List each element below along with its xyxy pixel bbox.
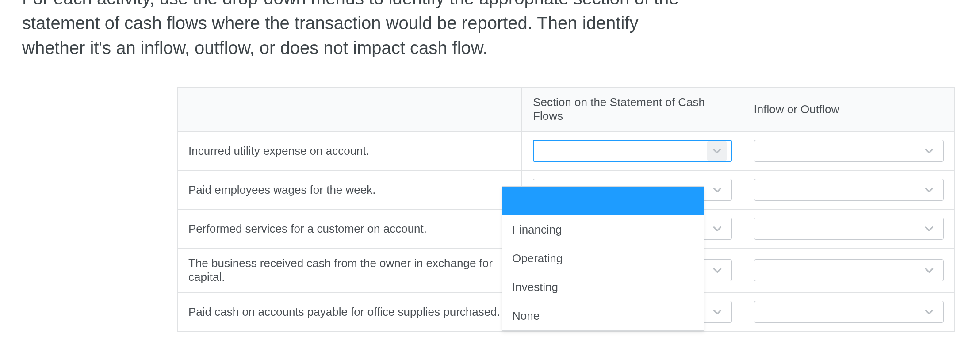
chevron-down-icon [919, 180, 939, 199]
section-dropdown-row-1[interactable] [533, 140, 731, 162]
row-label: Incurred utility expense on account. [177, 131, 522, 170]
chevron-down-icon [707, 141, 727, 161]
chevron-down-icon [919, 261, 939, 280]
chevron-down-icon [708, 180, 727, 199]
row-label: Paid cash on accounts payable for office… [177, 292, 522, 331]
chevron-down-icon [708, 219, 727, 238]
flow-dropdown-row-2[interactable] [754, 179, 944, 201]
instructions-line-2: statement of cash flows where the transa… [22, 13, 638, 33]
flow-dropdown-row-5[interactable] [754, 301, 944, 323]
chevron-down-icon [919, 219, 939, 238]
instructions-line-1: For each activity, use the drop-down men… [22, 0, 679, 8]
table-row: Incurred utility expense on account. [177, 131, 955, 170]
section-dropdown-menu: Financing Operating Investing None [502, 186, 704, 331]
table-header-row: Section on the Statement of Cash Flows I… [177, 87, 955, 131]
header-section: Section on the Statement of Cash Flows [522, 87, 743, 131]
flow-dropdown-row-1[interactable] [754, 140, 944, 162]
dropdown-option-operating[interactable]: Operating [502, 244, 704, 273]
dropdown-option-blank[interactable] [502, 187, 704, 215]
dropdown-option-investing[interactable]: Investing [502, 273, 704, 302]
instructions-line-3: whether it's an inflow, outflow, or does… [22, 38, 488, 57]
flow-dropdown-row-3[interactable] [754, 218, 944, 240]
row-label: The business received cash from the owne… [177, 248, 522, 292]
chevron-down-icon [919, 302, 939, 322]
chevron-down-icon [919, 141, 939, 161]
dropdown-option-financing[interactable]: Financing [502, 215, 704, 244]
row-label: Paid employees wages for the week. [177, 170, 522, 209]
chevron-down-icon [708, 302, 727, 322]
header-blank [177, 87, 522, 131]
header-flow: Inflow or Outflow [743, 87, 955, 131]
chevron-down-icon [708, 261, 727, 280]
flow-dropdown-row-4[interactable] [754, 259, 944, 281]
question-instructions: For each activity, use the drop-down men… [22, 0, 958, 60]
dropdown-option-none[interactable]: None [502, 302, 704, 330]
row-label: Performed services for a customer on acc… [177, 209, 522, 248]
